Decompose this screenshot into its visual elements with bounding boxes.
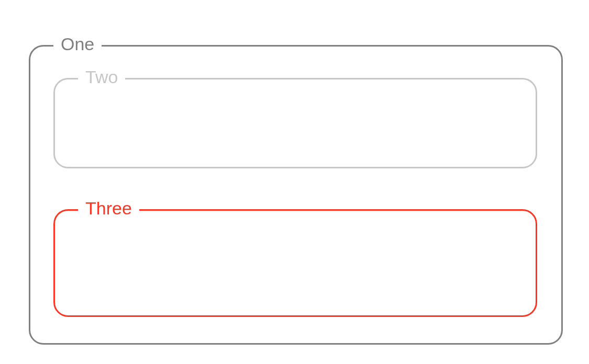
groupbox-one-label: One [53,35,102,53]
groupbox-two: Two [53,78,537,168]
groupbox-three: Three [53,209,537,317]
groupbox-three-label: Three [78,199,139,217]
groupbox-two-label: Two [78,68,125,86]
